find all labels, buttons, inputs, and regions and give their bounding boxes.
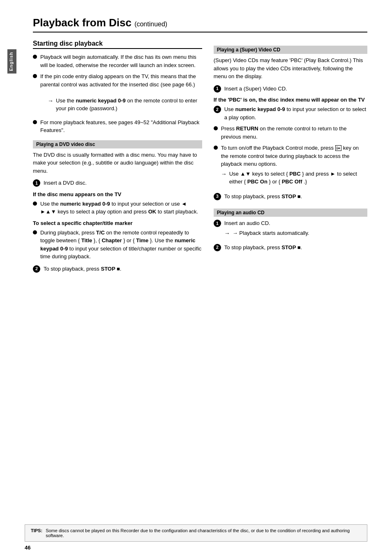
tips-text: Some discs cannot be played on this Reco…	[46, 528, 361, 538]
title-marker-heading: To select a specific chapter/title marke…	[33, 220, 202, 226]
dvd-step-1-text: Insert a DVD disc.	[44, 179, 202, 187]
audio-cd-header: Playing an audio CD	[214, 209, 367, 217]
tips-label: TIPS:	[31, 528, 42, 533]
bullet-2-content: If the pin code entry dialog appears on …	[40, 72, 202, 115]
title-continued: (continued)	[134, 21, 167, 28]
svcd-dot-pbc	[214, 146, 218, 150]
acd-step-2-text: To stop playback, press STOP ■.	[224, 243, 367, 252]
pbc-arrow: → Use ▲▼ keys to select { PBC } and pres…	[221, 170, 367, 186]
acd-step-num-1: 1	[214, 220, 221, 227]
acd-arrow-text: → Playback starts automatically.	[233, 229, 309, 237]
dvd-bullet-1: Use the numeric keypad 0-9 to input your…	[33, 200, 202, 216]
audio-cd-step-2: 2 To stop playback, press STOP ■.	[214, 243, 367, 252]
svcd-step-2: 2 Use numeric keypad 0-9 to input your s…	[214, 105, 367, 121]
arrow-icon-acd: →	[224, 229, 230, 238]
page-title: Playback from Disc (continued)	[33, 16, 367, 32]
dvd-step-stop: 2 To stop playback, press STOP ■.	[33, 265, 202, 273]
step-num-1: 1	[33, 179, 40, 187]
audio-cd-step-1: 1 Insert an audio CD. → → Playback start…	[214, 219, 367, 240]
title-marker-bullet: During playback, press T/C on the remote…	[33, 229, 202, 261]
title-marker-bullets: During playback, press T/C on the remote…	[33, 229, 202, 261]
bullet-2: If the pin code entry dialog appears on …	[33, 72, 202, 115]
sidebar-label: English	[7, 49, 16, 74]
svcd-step-3-text: To stop playback, press STOP ■.	[224, 192, 367, 201]
svcd-step-1-text: Insert a (Super) Video CD.	[224, 85, 367, 93]
svcd-step-num-3: 3	[214, 193, 221, 200]
bullet-dot-3	[33, 120, 37, 124]
dvd-sub-bullets: Use the numeric keypad 0-9 to input your…	[33, 200, 202, 216]
super-vcd-step-1: 1 Insert a (Super) Video CD.	[214, 85, 367, 93]
content-area: Starting disc playback Playback will beg…	[33, 40, 367, 276]
svcd-dot-return	[214, 126, 218, 130]
dvd-stop-text: To stop playback, press STOP ■.	[44, 265, 202, 273]
arrow-icon-1: →	[48, 97, 53, 105]
starting-disc-bullets: Playback will begin automatically. If th…	[33, 53, 202, 134]
svcd-bullets: Press RETURN on the remote control to re…	[214, 125, 367, 188]
left-column: Starting disc playback Playback will beg…	[33, 40, 202, 276]
bullet-dot-2	[33, 74, 37, 78]
acd-step-1-text: Insert an audio CD. → → Playback starts …	[224, 219, 367, 240]
title-marker-text: During playback, press T/C on the remote…	[40, 229, 202, 261]
bullet-1: Playback will begin automatically. If th…	[33, 53, 202, 69]
dvd-section-header: Playing a DVD video disc	[33, 140, 202, 148]
svcd-step-2-text: Use numeric keypad 0-9 to input your sel…	[224, 105, 367, 121]
bullet-3: For more playback features, see pages 49…	[33, 118, 202, 134]
arrow-icon-pbc: →	[221, 170, 227, 178]
acd-step-num-2: 2	[214, 244, 221, 251]
bullet-2-arrow-text: Use the numeric keypad 0-9 on the remote…	[56, 97, 202, 113]
acd-arrow: → → Playback starts automatically.	[224, 229, 367, 238]
svcd-step-3: 3 To stop playback, press STOP ■.	[214, 192, 367, 201]
pbc-key-icon: i+	[335, 145, 341, 151]
page: English Playback from Disc (continued) S…	[0, 0, 392, 554]
svcd-return-text: Press RETURN on the remote control to re…	[221, 125, 367, 141]
step-num-stop: 2	[33, 265, 40, 273]
bullet-dot-1	[33, 55, 37, 59]
super-vcd-header: Playing a (Super) Video CD	[214, 46, 367, 54]
starting-disc-title: Starting disc playback	[33, 40, 202, 49]
bullet-2-arrow: → Use the numeric keypad 0-9 on the remo…	[48, 97, 202, 113]
svcd-bullet-pbc: To turn on/off the Playback Control mode…	[214, 144, 367, 188]
svcd-step-num-2: 2	[214, 106, 221, 113]
svcd-step-num-1: 1	[214, 85, 221, 93]
dvd-bullet-1-text: Use the numeric keypad 0-9 to input your…	[40, 200, 202, 216]
svcd-bullet-return: Press RETURN on the remote control to re…	[214, 125, 367, 141]
dvd-intro: The DVD disc is usually formatted with a…	[33, 151, 202, 175]
tips-box: TIPS: Some discs cannot be played on thi…	[25, 524, 367, 542]
disc-menu-heading: If the disc menu appears on the TV	[33, 191, 202, 197]
bullet-3-text: For more playback features, see pages 49…	[40, 118, 202, 134]
page-number: 46	[25, 545, 30, 551]
right-column: Playing a (Super) Video CD (Super) Video…	[214, 40, 367, 276]
pbc-heading: If the 'PBC' is on, the disc index menu …	[214, 97, 367, 103]
bullet-1-text: Playback will begin automatically. If th…	[40, 53, 202, 69]
title-text: Playback from Disc	[33, 16, 131, 29]
svcd-pbc-text: To turn on/off the Playback Control mode…	[221, 144, 367, 188]
super-vcd-intro: (Super) Video CDs may feature 'PBC' (Pla…	[214, 56, 367, 81]
title-marker-dot	[33, 230, 37, 234]
pbc-arrow-text: Use ▲▼ keys to select { PBC } and press …	[229, 170, 367, 186]
dvd-step-1: 1 Insert a DVD disc.	[33, 179, 202, 187]
dvd-bullet-dot-1	[33, 202, 37, 206]
